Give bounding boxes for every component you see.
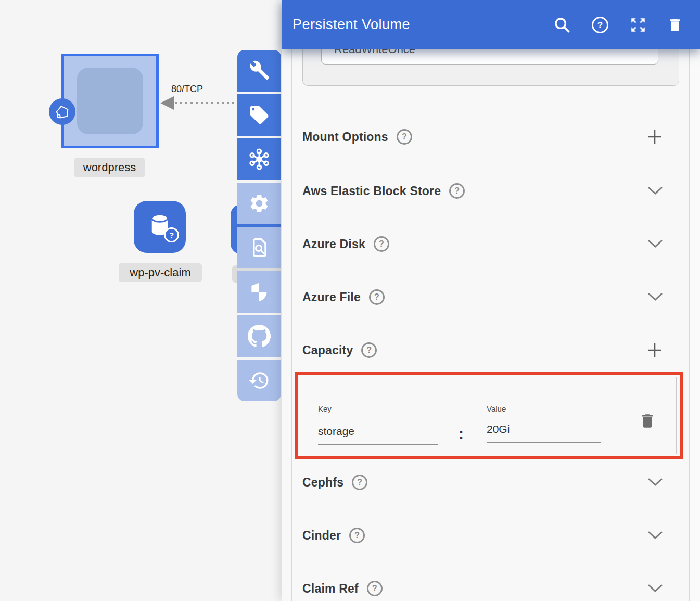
- help-icon[interactable]: ?: [361, 342, 377, 358]
- help-icon[interactable]: ?: [367, 581, 383, 596]
- toolbar-button-settings[interactable]: [237, 183, 281, 224]
- header-actions: ?: [553, 16, 683, 34]
- document-search-icon: [248, 236, 271, 259]
- add-button[interactable]: [646, 129, 663, 145]
- toolbar-button-shield[interactable]: [237, 271, 281, 313]
- section-title: Capacity: [302, 343, 353, 357]
- toolbar-button-hub[interactable]: [237, 138, 281, 180]
- svg-text:?: ?: [597, 20, 603, 30]
- help-circle-icon: ?: [591, 16, 609, 34]
- shield-icon: [248, 280, 271, 303]
- panel-title: Persistent Volume: [292, 17, 410, 33]
- persistent-volume-panel: ReadWriteOnce Mount Options ? Aws Elasti…: [282, 0, 700, 601]
- node-wordpress[interactable]: [61, 54, 159, 148]
- help-button[interactable]: ?: [591, 16, 609, 34]
- tag-icon: [248, 104, 270, 126]
- section-title: Aws Elastic Block Store: [302, 184, 441, 198]
- form-bottom-divider: [291, 599, 690, 599]
- trash-icon: [667, 16, 683, 34]
- capacity-entry-card: Key : Value: [302, 377, 677, 454]
- key-label: Key: [318, 404, 332, 413]
- section-row-claim-ref: Claim Ref ?: [302, 580, 663, 597]
- chevron-down-icon[interactable]: [647, 292, 663, 302]
- chevron-down-icon[interactable]: [647, 584, 663, 593]
- section-row-cinder: Cinder ?: [302, 527, 663, 544]
- toolbar-button-github[interactable]: [237, 315, 281, 357]
- chevron-down-icon[interactable]: [647, 531, 663, 540]
- section-row-azure-file: Azure File ?: [302, 288, 663, 306]
- side-toolbar: [237, 50, 281, 401]
- node-label-wp-pv-claim: wp-pv-claim: [119, 263, 202, 282]
- toolbar-button-tag[interactable]: [237, 94, 281, 136]
- help-icon[interactable]: ?: [449, 183, 465, 199]
- hub-icon: [247, 147, 271, 171]
- section-title: Cinder: [302, 529, 341, 543]
- pod-badge: [49, 98, 75, 125]
- search-button[interactable]: [553, 16, 571, 34]
- history-icon: [248, 369, 270, 391]
- section-title: Claim Ref: [302, 582, 359, 596]
- toolbar-button-document-search[interactable]: [237, 227, 281, 268]
- section-row-aws-ebs: Aws Elastic Block Store ?: [302, 182, 663, 200]
- help-icon[interactable]: ?: [397, 129, 412, 145]
- add-button[interactable]: [646, 342, 663, 359]
- delete-entry-button[interactable]: [639, 411, 656, 431]
- gear-icon: [248, 193, 270, 214]
- toolbar-button-history[interactable]: [237, 360, 281, 401]
- edge-port-label: 80/TCP: [171, 84, 203, 95]
- edge-arrowhead-icon: [160, 96, 174, 110]
- value-label: Value: [487, 404, 506, 413]
- key-value-separator: :: [459, 425, 464, 443]
- delete-button[interactable]: [667, 16, 683, 34]
- capacity-key-input[interactable]: [318, 425, 438, 445]
- expand-button[interactable]: [629, 16, 647, 34]
- panel-header: Persistent Volume ?: [282, 0, 700, 49]
- red-annotation-box: Key : Value: [295, 372, 683, 459]
- section-row-capacity: Capacity ?: [302, 341, 663, 359]
- help-icon[interactable]: ?: [352, 475, 367, 490]
- section-title: Azure Disk: [302, 237, 365, 251]
- question-badge: ?: [164, 227, 179, 242]
- expand-arrows-icon: [629, 16, 647, 34]
- wrench-icon: [248, 60, 270, 82]
- chevron-down-icon[interactable]: [647, 239, 663, 249]
- github-icon: [247, 324, 271, 348]
- scrollbar-track[interactable]: [690, 0, 700, 601]
- chevron-down-icon[interactable]: [647, 478, 663, 487]
- node-label-wordpress: wordpress: [74, 158, 145, 177]
- capacity-value-input[interactable]: [487, 423, 601, 443]
- chevron-down-icon[interactable]: [647, 186, 663, 196]
- section-row-azure-disk: Azure Disk ?: [302, 235, 663, 253]
- section-title: Cephfs: [302, 476, 343, 490]
- section-row-cephfs: Cephfs ?: [302, 474, 663, 491]
- help-icon[interactable]: ?: [349, 528, 365, 543]
- section-title: Azure File: [302, 290, 361, 304]
- pod-pentagon-icon: [53, 102, 72, 122]
- node-wp-pv-claim[interactable]: ?: [134, 201, 186, 253]
- section-row-mount-options: Mount Options ?: [302, 128, 663, 146]
- help-icon[interactable]: ?: [374, 236, 389, 252]
- search-icon: [553, 16, 571, 34]
- section-title: Mount Options: [302, 130, 388, 144]
- node-wordpress-inner: [77, 68, 143, 134]
- toolbar-button-wrench[interactable]: [237, 50, 281, 92]
- help-icon[interactable]: ?: [369, 289, 385, 305]
